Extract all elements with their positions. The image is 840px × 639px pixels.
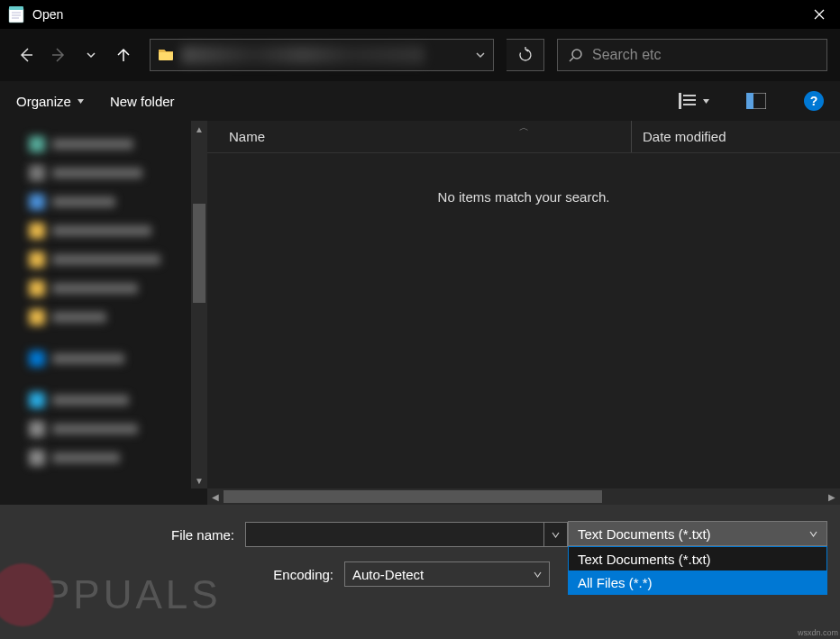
command-bar: Organize New folder ? bbox=[0, 81, 840, 121]
column-headers: ︿ Name Date modified bbox=[207, 121, 840, 153]
caret-down-icon bbox=[77, 97, 85, 105]
help-icon: ? bbox=[810, 94, 818, 108]
navigation-sidebar[interactable]: ▲ ▼ bbox=[0, 121, 207, 505]
empty-message: No items match your search. bbox=[207, 153, 840, 488]
arrow-left-icon bbox=[17, 46, 35, 64]
preview-pane-button[interactable] bbox=[746, 93, 766, 109]
sort-indicator-icon[interactable]: ︿ bbox=[513, 121, 534, 134]
new-folder-label: New folder bbox=[110, 94, 175, 109]
notepad-icon bbox=[7, 5, 25, 23]
horizontal-scrollbar[interactable]: ◀ ▶ bbox=[207, 488, 840, 505]
filetype-option-all[interactable]: All Files (*.*) bbox=[569, 571, 826, 594]
scroll-down-icon[interactable]: ▼ bbox=[191, 472, 207, 488]
close-icon bbox=[814, 9, 825, 20]
arrow-up-icon bbox=[114, 46, 132, 64]
search-box[interactable] bbox=[557, 39, 827, 71]
svg-rect-12 bbox=[683, 104, 696, 105]
filetype-dropdown: Text Documents (*.txt) All Files (*.*) bbox=[568, 546, 827, 595]
scroll-up-icon[interactable]: ▲ bbox=[191, 121, 207, 137]
chevron-down-icon bbox=[534, 571, 542, 579]
up-button[interactable] bbox=[110, 41, 137, 68]
hscroll-thumb[interactable] bbox=[224, 490, 602, 503]
new-folder-button[interactable]: New folder bbox=[110, 94, 175, 109]
change-view-button[interactable] bbox=[679, 93, 710, 109]
address-path-blurred bbox=[181, 46, 425, 64]
svg-point-7 bbox=[572, 50, 581, 59]
scroll-right-icon[interactable]: ▶ bbox=[824, 492, 840, 502]
svg-rect-9 bbox=[679, 93, 681, 109]
svg-rect-11 bbox=[683, 99, 696, 101]
filename-dropdown-button[interactable] bbox=[544, 522, 568, 547]
arrow-right-icon bbox=[50, 46, 68, 64]
folder-icon bbox=[158, 47, 174, 63]
navigation-bar bbox=[0, 29, 840, 81]
scroll-left-icon[interactable]: ◀ bbox=[207, 492, 224, 502]
refresh-button[interactable] bbox=[507, 39, 544, 71]
filetype-container: Text Documents (*.txt) Text Documents (*… bbox=[568, 521, 827, 595]
source-tag: wsxdn.com bbox=[798, 628, 838, 637]
filename-label: File name: bbox=[13, 527, 245, 543]
search-icon bbox=[569, 48, 583, 62]
title-bar: Open bbox=[0, 0, 840, 29]
footer: File name: Encoding: Auto-Detect Text Do… bbox=[0, 505, 840, 639]
svg-rect-14 bbox=[746, 93, 753, 109]
chevron-down-icon bbox=[86, 50, 96, 60]
recent-locations-button[interactable] bbox=[78, 41, 105, 68]
column-name-header[interactable]: Name bbox=[229, 129, 631, 144]
chevron-down-icon bbox=[475, 50, 486, 60]
filename-input[interactable] bbox=[245, 522, 544, 547]
window-title: Open bbox=[32, 7, 799, 22]
view-list-icon bbox=[679, 93, 697, 109]
scroll-thumb[interactable] bbox=[193, 204, 205, 303]
filetype-option-txt[interactable]: Text Documents (*.txt) bbox=[569, 547, 826, 571]
help-button[interactable]: ? bbox=[804, 91, 824, 111]
organize-label: Organize bbox=[16, 94, 71, 109]
chevron-down-icon bbox=[809, 530, 817, 538]
search-input[interactable] bbox=[592, 47, 816, 63]
column-date-header[interactable]: Date modified bbox=[631, 121, 840, 152]
filetype-select[interactable]: Text Documents (*.txt) bbox=[568, 521, 827, 546]
caret-down-icon bbox=[702, 97, 710, 105]
organize-menu[interactable]: Organize bbox=[16, 94, 85, 109]
svg-line-8 bbox=[570, 58, 573, 61]
encoding-value: Auto-Detect bbox=[352, 567, 424, 582]
file-body: ▲ ▼ ︿ Name Date modified No items match … bbox=[0, 121, 840, 505]
forward-button[interactable] bbox=[45, 41, 72, 68]
file-list-pane: ︿ Name Date modified No items match your… bbox=[207, 121, 840, 505]
svg-rect-10 bbox=[683, 95, 696, 96]
address-dropdown-button[interactable] bbox=[475, 50, 486, 60]
watermark: PPUALS bbox=[0, 563, 222, 626]
sidebar-scrollbar[interactable]: ▲ ▼ bbox=[191, 121, 207, 488]
address-bar[interactable] bbox=[150, 39, 494, 71]
close-button[interactable] bbox=[799, 0, 840, 29]
encoding-select[interactable]: Auto-Detect bbox=[344, 561, 550, 587]
filetype-selected: Text Documents (*.txt) bbox=[578, 526, 711, 542]
chevron-down-icon bbox=[552, 531, 560, 539]
svg-rect-1 bbox=[9, 6, 23, 10]
preview-pane-icon bbox=[746, 93, 766, 109]
refresh-icon bbox=[517, 47, 534, 63]
back-button[interactable] bbox=[13, 41, 40, 68]
